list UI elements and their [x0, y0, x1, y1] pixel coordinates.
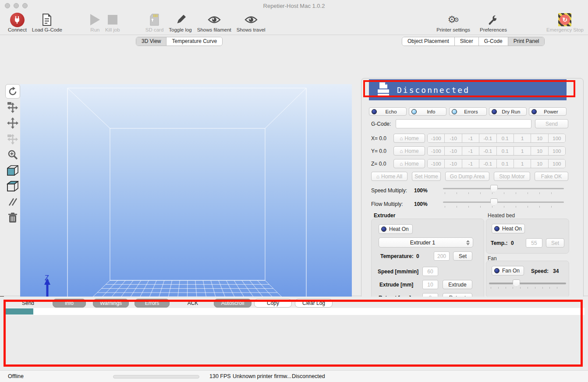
jog-button[interactable]: 10: [531, 159, 548, 168]
jog-button[interactable]: -0.1: [479, 147, 496, 155]
delete-object-button[interactable]: [5, 210, 20, 225]
jog-button[interactable]: 100: [549, 134, 565, 142]
set-home-button[interactable]: Set Home: [412, 172, 441, 181]
sd-card-button[interactable]: SD card: [143, 12, 166, 35]
shows-travel-button[interactable]: Shows travel: [234, 12, 268, 35]
errors-toggle[interactable]: Errors: [449, 107, 487, 116]
tab-3d-view[interactable]: 3D View: [136, 37, 166, 46]
power-toggle[interactable]: Power: [529, 107, 567, 116]
tab-temperature-curve[interactable]: Temperature Curve: [166, 37, 222, 46]
extruder-temp-input[interactable]: [434, 251, 450, 261]
emergency-stop-button[interactable]: ↻ Emergency Stop: [544, 12, 586, 35]
jog-button[interactable]: 100: [549, 159, 565, 168]
run-button[interactable]: Run: [88, 12, 103, 35]
jog-button[interactable]: -10: [445, 159, 462, 168]
info-toggle[interactable]: Info: [409, 107, 446, 116]
rotate-view-button[interactable]: [5, 84, 20, 99]
front-view-button[interactable]: [5, 163, 20, 177]
echo-toggle[interactable]: Echo: [369, 107, 407, 116]
shows-filament-button[interactable]: Shows filament: [195, 12, 234, 35]
tab-slicer[interactable]: Slicer: [455, 37, 479, 46]
move-viewpoint-button[interactable]: [5, 100, 20, 114]
slider-thumb[interactable]: [490, 198, 498, 206]
log-output-area[interactable]: [4, 315, 584, 367]
log-autoscroll-button[interactable]: Autoscroll: [214, 299, 251, 308]
jog-button[interactable]: -100: [428, 159, 445, 168]
toggle-log-button[interactable]: Toggle log: [166, 12, 194, 35]
move-print-area-button-disabled[interactable]: [5, 131, 20, 146]
jog-button[interactable]: -10: [445, 134, 462, 142]
jog-button[interactable]: -1: [462, 147, 479, 155]
jog-button[interactable]: 10: [531, 134, 548, 142]
connection-status-text: Disconnected: [397, 85, 470, 95]
bed-temp-input[interactable]: [526, 238, 542, 248]
log-filter-info[interactable]: Info: [53, 299, 86, 308]
tab-gcode[interactable]: G-Code: [479, 37, 508, 46]
heated-bed-group: Heat On Temp.: 0 Set: [486, 219, 569, 254]
go-dump-area-button[interactable]: Go Dump Area: [445, 172, 489, 181]
jog-button[interactable]: 1: [514, 159, 531, 168]
jog-button[interactable]: -0.1: [479, 159, 496, 168]
jog-button[interactable]: 1: [514, 147, 531, 155]
home-all-button[interactable]: ⌂Home All: [371, 172, 407, 181]
log-filter-errors[interactable]: Errors: [135, 299, 170, 308]
top-view-button[interactable]: [5, 179, 20, 193]
bed-heat-on-button[interactable]: Heat On: [492, 224, 525, 233]
load-gcode-button[interactable]: Load G-Code: [29, 12, 65, 35]
home-y-button[interactable]: ⌂Home: [393, 146, 425, 156]
parallel-projection-button[interactable]: [5, 195, 20, 209]
log-filter-warnings[interactable]: Warnings: [93, 299, 129, 308]
extruder-select[interactable]: Extruder 1: [379, 237, 473, 248]
jog-button[interactable]: 0.1: [497, 134, 514, 142]
slider-thumb[interactable]: [513, 279, 520, 287]
jog-button[interactable]: 1: [514, 134, 531, 142]
pencil-icon: [175, 13, 186, 27]
extruder-heat-on-button[interactable]: Heat On: [379, 224, 413, 234]
fan-on-button[interactable]: Fan On: [492, 266, 524, 276]
jog-button[interactable]: 0.1: [497, 147, 514, 155]
fake-ok-button[interactable]: Fake OK: [535, 172, 568, 181]
jog-button[interactable]: 100: [549, 147, 565, 155]
extruder-set-button[interactable]: Set: [453, 251, 472, 261]
jog-button[interactable]: 0.1: [497, 159, 514, 168]
tab-print-panel[interactable]: Print Panel: [508, 37, 545, 46]
connect-button[interactable]: Connect: [5, 12, 29, 35]
log-clear-button[interactable]: Clear Log: [295, 299, 333, 308]
gcode-send-button[interactable]: Send: [535, 119, 568, 128]
z-position-label: Z= 0.0: [371, 161, 386, 167]
fan-speed-slider[interactable]: [489, 279, 566, 289]
kill-job-button[interactable]: Kill job: [103, 12, 123, 35]
zoom-view-button[interactable]: [5, 147, 20, 162]
preferences-button[interactable]: Preferences: [477, 12, 510, 35]
extruder-speed-input[interactable]: [422, 267, 438, 276]
extrude-length-input[interactable]: [422, 280, 438, 289]
connection-banner: Disconnected: [369, 79, 567, 100]
stop-motor-button[interactable]: Stop Motor: [494, 172, 530, 181]
log-copy-button[interactable]: Copy: [254, 299, 292, 308]
home-x-button[interactable]: ⌂Home: [393, 134, 425, 143]
3d-viewport[interactable]: Z X: [20, 84, 352, 325]
bed-set-button[interactable]: Set: [546, 238, 564, 248]
log-filter-ack[interactable]: ACK: [183, 299, 202, 308]
gcode-input[interactable]: [396, 119, 531, 128]
tab-object-placement[interactable]: Object Placement: [402, 37, 455, 46]
home-z-button[interactable]: ⌂Home: [393, 159, 425, 168]
extrude-length-label: Extrude [mm]: [379, 282, 413, 288]
move-object-button[interactable]: [5, 116, 20, 130]
jog-button[interactable]: -0.1: [479, 134, 496, 142]
printer-settings-button[interactable]: ⚙⚙ Printer settings: [434, 12, 473, 35]
jog-button[interactable]: -1: [462, 159, 479, 168]
jog-button[interactable]: -100: [428, 134, 445, 142]
view-tabs: 3D View Temperature Curve: [136, 37, 223, 46]
jog-button[interactable]: 10: [531, 147, 548, 155]
jog-button[interactable]: -1: [462, 134, 479, 142]
slider-thumb[interactable]: [490, 185, 498, 192]
view-tool-column: [5, 84, 21, 225]
dry-run-toggle[interactable]: Dry Run: [489, 107, 527, 116]
speed-multiply-slider[interactable]: [443, 185, 564, 195]
flow-multiply-slider[interactable]: [443, 198, 564, 208]
log-filter-send[interactable]: Send: [18, 299, 38, 308]
jog-button[interactable]: -100: [428, 147, 445, 155]
jog-button[interactable]: -10: [445, 147, 462, 155]
extrude-button[interactable]: Extrude: [443, 280, 472, 289]
